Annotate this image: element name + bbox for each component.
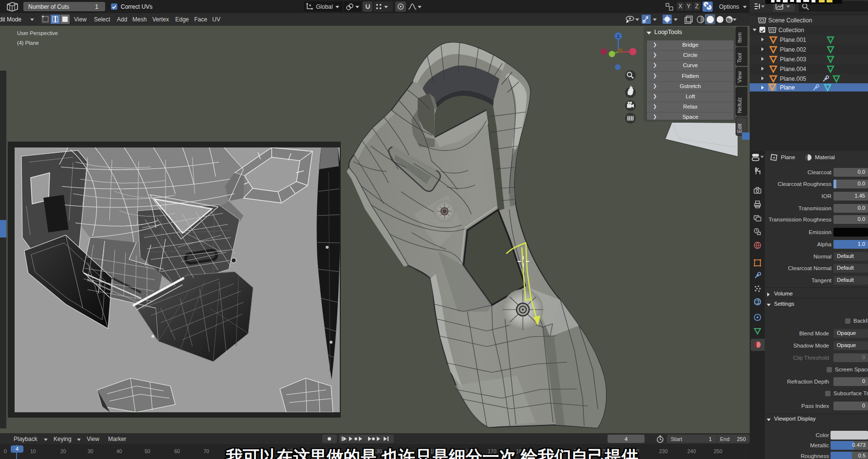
- svg-text:Z: Z: [617, 34, 620, 39]
